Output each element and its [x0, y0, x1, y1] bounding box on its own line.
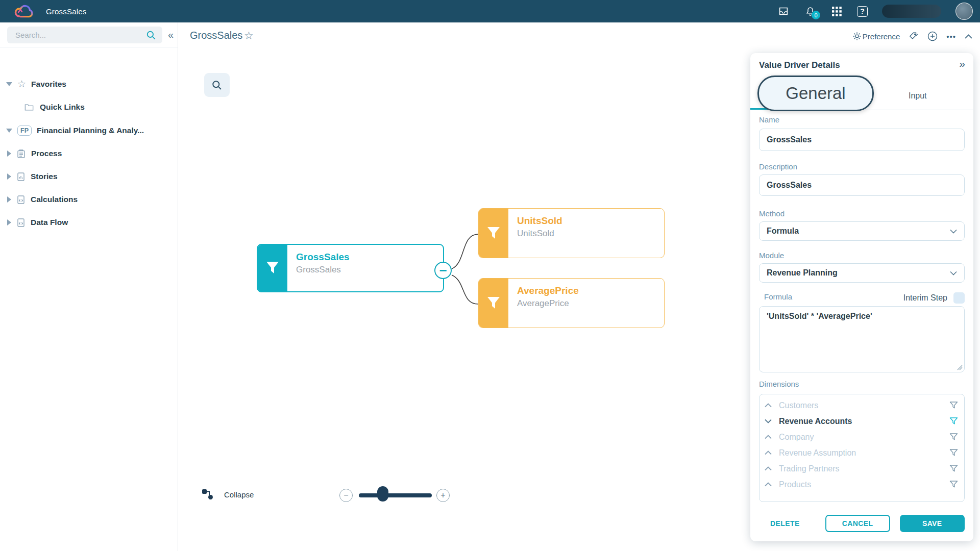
zoom-out-button[interactable]: −	[339, 489, 353, 502]
sidebar-item-favorites[interactable]: ☆ Favorites	[0, 77, 178, 92]
dimension-row-company[interactable]: Company	[760, 429, 964, 445]
sidebar-item-financial-planning[interactable]: FP Financial Planning & Analy...	[0, 123, 178, 138]
value-driver-node-unitssold[interactable]: UnitsSold UnitsSold	[478, 208, 665, 258]
filter-funnel-icon[interactable]	[949, 480, 958, 489]
tags-icon[interactable]	[909, 32, 919, 41]
filter-funnel-icon[interactable]	[949, 464, 958, 473]
caret-right-icon[interactable]	[7, 151, 11, 157]
dimension-row-trading-partners[interactable]: Trading Partners	[760, 461, 964, 477]
dimension-name: Company	[779, 433, 814, 442]
funnel-icon	[479, 279, 508, 328]
sidebar-item-stories[interactable]: Stories	[0, 169, 178, 184]
module-value: Revenue Planning	[767, 268, 838, 278]
favorite-toggle-star-icon[interactable]: ☆	[244, 30, 254, 42]
dimension-row-customers[interactable]: Customers	[760, 397, 964, 413]
value-driver-details-panel: Value Driver Details » Input General Nam…	[750, 53, 973, 541]
sidebar-item-label: Stories	[31, 172, 58, 181]
dimension-name: Customers	[779, 401, 818, 410]
app-title: GrossSales	[46, 7, 87, 16]
zoom-in-button[interactable]: +	[436, 489, 450, 502]
sidebar-item-label: Data Flow	[31, 218, 68, 227]
cancel-button[interactable]: CANCEL	[825, 515, 890, 532]
zoom-slider-thumb[interactable]	[377, 486, 388, 502]
filter-funnel-icon[interactable]	[949, 401, 958, 410]
navigation-sidebar: « ☆ Favorites Quick Links FP Financial P…	[0, 22, 178, 551]
sidebar-search-row: «	[0, 22, 178, 47]
dimension-name: Revenue Assumption	[779, 448, 856, 458]
name-label: Name	[759, 115, 779, 124]
zoom-slider-track[interactable]	[359, 493, 432, 497]
notification-count-badge: 0	[812, 11, 820, 19]
preference-button[interactable]: Preference	[852, 32, 900, 41]
caret-right-icon[interactable]	[7, 196, 11, 203]
app-grid-icon[interactable]	[830, 5, 843, 17]
caret-down-icon[interactable]	[6, 82, 12, 86]
filter-funnel-icon[interactable]	[949, 448, 958, 457]
collapse-tree-button[interactable]: Collapse	[202, 489, 254, 500]
caret-right-icon[interactable]	[7, 219, 11, 226]
chevron-down-icon[interactable]	[765, 419, 772, 423]
topbar-actions: 0 ?	[777, 3, 980, 20]
funnel-icon	[479, 209, 508, 258]
panel-footer: DELETE CANCEL SAVE	[759, 514, 965, 533]
sidebar-item-label: Calculations	[31, 195, 78, 204]
caret-right-icon[interactable]	[7, 173, 11, 180]
filter-funnel-icon[interactable]	[949, 433, 958, 441]
sidebar-item-calculations[interactable]: Calculations	[0, 192, 178, 207]
app-root: GrossSales 0	[0, 0, 980, 551]
chevron-up-icon[interactable]	[765, 435, 772, 439]
sap-analytics-cloud-logo-icon	[14, 3, 35, 20]
search-icon[interactable]	[146, 30, 156, 40]
folder-icon	[24, 103, 34, 111]
dimensions-label: Dimensions	[759, 380, 799, 388]
dimension-row-products[interactable]: Products	[760, 477, 964, 492]
value-driver-node-grosssales[interactable]: GrossSales GrossSales	[257, 244, 444, 292]
delete-button[interactable]: DELETE	[770, 519, 800, 528]
chevron-up-icon[interactable]	[765, 450, 772, 455]
dimension-row-revenue-assumption[interactable]: Revenue Assumption	[760, 445, 964, 461]
value-driver-node-averageprice[interactable]: AveragePrice AveragePrice	[478, 278, 665, 328]
inbox-icon[interactable]	[777, 5, 790, 17]
save-button[interactable]: SAVE	[900, 515, 965, 532]
module-select[interactable]: Revenue Planning	[759, 263, 965, 283]
help-icon[interactable]: ?	[857, 6, 868, 17]
node-title: AveragePrice	[517, 285, 664, 296]
collapse-header-chevron-icon[interactable]	[965, 34, 972, 39]
sidebar-item-process[interactable]: Process	[0, 146, 178, 161]
dimension-name: Revenue Accounts	[779, 417, 852, 426]
search-icon	[211, 80, 223, 91]
canvas-search-button[interactable]	[204, 73, 230, 97]
filter-funnel-icon-active[interactable]	[949, 417, 958, 425]
description-field[interactable]	[759, 174, 965, 196]
sidebar-item-quick-links[interactable]: Quick Links	[0, 99, 178, 115]
name-field[interactable]	[759, 129, 965, 151]
sidebar-item-data-flow[interactable]: Data Flow	[0, 215, 178, 230]
collapse-label: Collapse	[224, 490, 254, 499]
interim-step-label: Interim Step	[903, 293, 947, 303]
chevron-down-icon	[950, 229, 957, 234]
chevron-up-icon[interactable]	[765, 403, 772, 408]
collapse-children-minus-button[interactable]: −	[434, 262, 452, 279]
formula-textarea[interactable]: 'UnitsSold' * 'AveragePrice'	[759, 306, 965, 372]
tab-input[interactable]: Input	[862, 77, 974, 110]
tab-general-label: General	[786, 84, 845, 103]
user-avatar[interactable]	[955, 3, 973, 20]
chevron-up-icon[interactable]	[765, 466, 772, 471]
top-bar: GrossSales 0	[0, 0, 980, 22]
collapse-sidebar-icon[interactable]: «	[168, 29, 174, 41]
node-title: UnitsSold	[517, 215, 664, 227]
dimension-name: Trading Partners	[779, 464, 840, 473]
overflow-menu-icon[interactable]: •••	[946, 32, 956, 41]
dimension-row-revenue-accounts[interactable]: Revenue Accounts	[760, 413, 964, 429]
add-circle-icon[interactable]	[927, 31, 938, 41]
chevron-up-icon[interactable]	[765, 482, 772, 487]
interim-step-checkbox[interactable]	[953, 292, 965, 304]
expand-panel-icon[interactable]: »	[959, 58, 965, 70]
method-label: Method	[759, 209, 785, 218]
caret-down-icon[interactable]	[6, 129, 12, 133]
sidebar-item-label: Quick Links	[40, 103, 85, 112]
notifications-bell-icon[interactable]: 0	[804, 5, 816, 17]
method-select[interactable]: Formula	[759, 221, 965, 241]
search-input[interactable]	[7, 31, 146, 39]
general-tab-walkthrough-highlight[interactable]: General	[757, 76, 874, 111]
